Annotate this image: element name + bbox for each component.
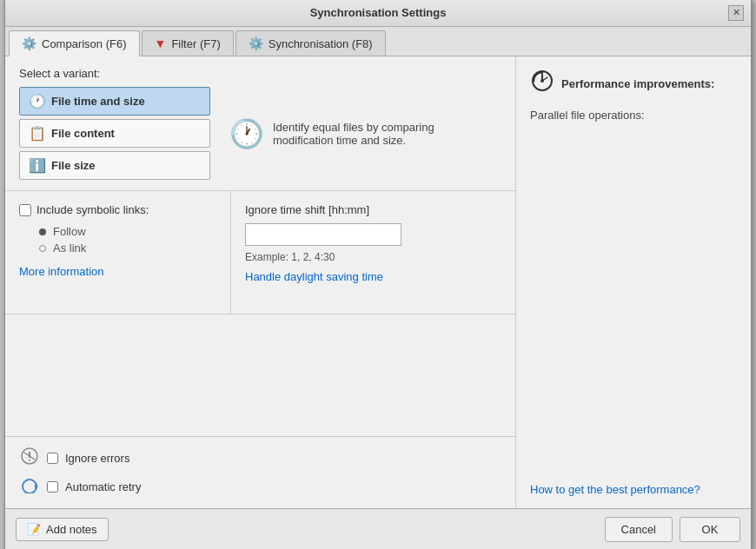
perf-title: Performance improvements: [561,77,714,90]
parallel-ops-label: Parallel file operations: [530,109,645,122]
variant-desc-icon: 🕐 [229,117,264,150]
as-link-radio-dot [39,245,46,252]
timeshift-label: Ignore time shift [hh:mm] [245,203,501,216]
variant-description: 🕐 Identify equal files by comparing modi… [221,87,501,180]
ignore-errors-row: Ignore errors [19,447,501,469]
cancel-button[interactable]: Cancel [605,517,673,542]
variant-label: Select a variant: [19,67,501,80]
bottom-checkboxes: Ignore errors Automatic retry [5,436,515,508]
include-symlinks-row: Include symbolic links: [19,203,216,216]
tab-bar: ⚙️ Comparison (F6) ▼ Filter (F7) ⚙️ Sync… [5,27,751,56]
include-symlinks-label: Include symbolic links: [36,203,149,216]
as-link-label: As link [53,241,86,255]
tab-synchronisation[interactable]: ⚙️ Synchronisation (F8) [235,30,386,56]
symlink-panel: Include symbolic links: Follow As link M… [5,191,231,314]
follow-radio-row[interactable]: Follow [36,225,216,238]
add-notes-button[interactable]: 📝 Add notes [16,518,109,541]
variant-section: Select a variant: 🕐 File time and size 📋… [5,56,515,191]
automatic-retry-label: Automatic retry [65,480,141,493]
more-info-link[interactable]: More information [19,265,104,278]
timeshift-example: Example: 1, 2, 4:30 [245,251,501,263]
ignore-errors-checkbox[interactable] [47,453,58,464]
spacer [5,314,515,437]
best-performance-link[interactable]: How to get the best performance? [530,483,737,496]
notes-icon: 📝 [27,523,41,536]
sync-icon: ⚙️ [249,36,263,50]
symlink-radio-group: Follow As link [36,225,216,255]
perf-body: Parallel file operations: [530,109,737,483]
include-symlinks-checkbox[interactable] [19,204,31,216]
ok-button[interactable]: OK [680,517,740,542]
dialog-title: Synchronisation Settings [28,6,728,19]
file-content-icon: 📋 [29,125,46,142]
timeshift-panel: Ignore time shift [hh:mm] Example: 1, 2,… [231,191,515,314]
as-link-radio-row[interactable]: As link [36,241,216,255]
options-section: Include symbolic links: Follow As link M… [5,191,515,314]
automatic-retry-row: Automatic retry [19,476,501,498]
variant-file-size[interactable]: ℹ️ File size [19,151,210,180]
dialog: Synchronisation Settings ✕ ⚙️ Comparison… [4,0,752,549]
tab-comparison[interactable]: ⚙️ Comparison (F6) [9,30,140,56]
perf-header: Performance improvements: [530,69,737,98]
ignore-errors-icon [19,447,40,469]
filter-icon: ▼ [155,36,167,50]
performance-icon [530,69,554,98]
main-panel: Select a variant: 🕐 File time and size 📋… [5,56,516,508]
clock-icon: 🕐 [29,93,46,109]
variant-file-time-size[interactable]: 🕐 File time and size [19,87,210,116]
timeshift-input[interactable] [245,223,401,246]
variant-file-content[interactable]: 📋 File content [19,119,210,148]
daylight-link[interactable]: Handle daylight saving time [245,270,383,283]
variant-list: 🕐 File time and size 📋 File content ℹ️ F… [19,87,210,180]
content-area: Select a variant: 🕐 File time and size 📋… [5,56,751,508]
footer: 📝 Add notes Cancel OK [5,508,751,549]
ignore-errors-label: Ignore errors [65,452,129,465]
footer-buttons: Cancel OK [605,517,740,542]
comparison-icon: ⚙️ [22,36,36,50]
retry-icon [19,476,40,498]
close-button[interactable]: ✕ [728,5,744,21]
svg-point-6 [540,79,544,83]
right-panel: Performance improvements: Parallel file … [516,56,751,508]
tab-filter[interactable]: ▼ Filter (F7) [142,30,234,56]
titlebar: Synchronisation Settings ✕ [5,0,751,27]
automatic-retry-checkbox[interactable] [47,481,58,493]
follow-label: Follow [53,225,86,238]
variant-area: 🕐 File time and size 📋 File content ℹ️ F… [19,87,501,180]
svg-point-2 [29,460,30,461]
follow-radio-dot [39,228,46,235]
file-size-icon: ℹ️ [29,157,46,174]
